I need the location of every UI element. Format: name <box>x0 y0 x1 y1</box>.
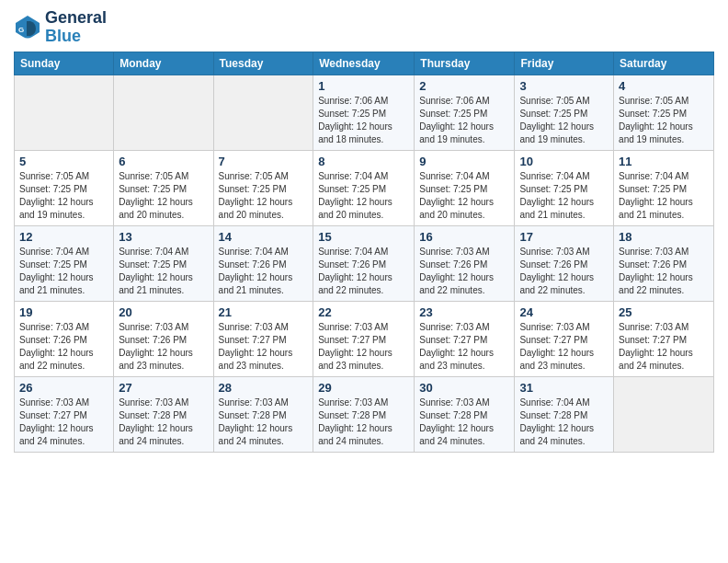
day-number: 28 <box>219 381 309 395</box>
day-number: 26 <box>19 381 108 395</box>
day-info: Sunrise: 7:04 AM Sunset: 7:25 PM Dayligh… <box>19 246 108 297</box>
calendar-cell: 29Sunrise: 7:03 AM Sunset: 7:28 PM Dayli… <box>313 376 415 452</box>
logo-text: General Blue <box>45 9 107 46</box>
day-info: Sunrise: 7:03 AM Sunset: 7:27 PM Dayligh… <box>219 321 309 373</box>
day-info: Sunrise: 7:04 AM Sunset: 7:26 PM Dayligh… <box>318 246 409 297</box>
day-info: Sunrise: 7:03 AM Sunset: 7:26 PM Dayligh… <box>119 321 208 373</box>
day-number: 22 <box>318 305 409 319</box>
day-info: Sunrise: 7:04 AM Sunset: 7:25 PM Dayligh… <box>419 170 509 222</box>
day-info: Sunrise: 7:03 AM Sunset: 7:27 PM Dayligh… <box>619 321 709 373</box>
day-number: 18 <box>619 230 709 244</box>
day-info: Sunrise: 7:05 AM Sunset: 7:25 PM Dayligh… <box>619 95 709 146</box>
calendar-cell: 26Sunrise: 7:03 AM Sunset: 7:27 PM Dayli… <box>15 376 114 452</box>
day-number: 12 <box>19 230 108 244</box>
day-number: 13 <box>119 230 208 244</box>
calendar-cell: 20Sunrise: 7:03 AM Sunset: 7:26 PM Dayli… <box>114 301 213 376</box>
day-info: Sunrise: 7:03 AM Sunset: 7:27 PM Dayligh… <box>519 321 609 373</box>
calendar: SundayMondayTuesdayWednesdayThursdayFrid… <box>14 52 714 453</box>
calendar-week-1: 1Sunrise: 7:06 AM Sunset: 7:25 PM Daylig… <box>15 75 714 150</box>
calendar-cell: 21Sunrise: 7:03 AM Sunset: 7:27 PM Dayli… <box>213 301 313 376</box>
calendar-cell: 5Sunrise: 7:05 AM Sunset: 7:25 PM Daylig… <box>15 150 114 225</box>
day-info: Sunrise: 7:03 AM Sunset: 7:28 PM Dayligh… <box>318 396 409 448</box>
calendar-cell: 22Sunrise: 7:03 AM Sunset: 7:27 PM Dayli… <box>313 301 415 376</box>
calendar-cell: 25Sunrise: 7:03 AM Sunset: 7:27 PM Dayli… <box>614 301 714 376</box>
day-number: 10 <box>519 155 609 168</box>
calendar-cell: 15Sunrise: 7:04 AM Sunset: 7:26 PM Dayli… <box>313 225 415 301</box>
calendar-cell: 11Sunrise: 7:04 AM Sunset: 7:25 PM Dayli… <box>614 150 714 225</box>
calendar-cell: 31Sunrise: 7:04 AM Sunset: 7:28 PM Dayli… <box>515 376 614 452</box>
day-number: 3 <box>519 79 609 93</box>
calendar-cell: 10Sunrise: 7:04 AM Sunset: 7:25 PM Dayli… <box>515 150 614 225</box>
calendar-cell: 18Sunrise: 7:03 AM Sunset: 7:26 PM Dayli… <box>614 225 714 301</box>
day-info: Sunrise: 7:03 AM Sunset: 7:28 PM Dayligh… <box>219 396 309 448</box>
calendar-cell: 19Sunrise: 7:03 AM Sunset: 7:26 PM Dayli… <box>15 301 114 376</box>
calendar-cell: 4Sunrise: 7:05 AM Sunset: 7:25 PM Daylig… <box>614 75 714 150</box>
day-number: 30 <box>419 381 509 395</box>
day-info: Sunrise: 7:04 AM Sunset: 7:25 PM Dayligh… <box>619 170 709 222</box>
day-number: 27 <box>119 381 208 395</box>
day-info: Sunrise: 7:03 AM Sunset: 7:26 PM Dayligh… <box>619 246 709 297</box>
day-number: 11 <box>619 155 709 168</box>
day-header-saturday: Saturday <box>614 52 714 75</box>
day-number: 9 <box>419 155 509 168</box>
calendar-cell: 17Sunrise: 7:03 AM Sunset: 7:26 PM Dayli… <box>515 225 614 301</box>
day-info: Sunrise: 7:04 AM Sunset: 7:25 PM Dayligh… <box>519 170 609 222</box>
day-number: 14 <box>219 230 309 244</box>
calendar-cell: 7Sunrise: 7:05 AM Sunset: 7:25 PM Daylig… <box>213 150 313 225</box>
day-number: 29 <box>318 381 409 395</box>
calendar-cell <box>15 75 114 150</box>
day-header-thursday: Thursday <box>415 52 515 75</box>
day-info: Sunrise: 7:05 AM Sunset: 7:25 PM Dayligh… <box>19 170 108 222</box>
day-info: Sunrise: 7:03 AM Sunset: 7:27 PM Dayligh… <box>19 396 108 448</box>
day-info: Sunrise: 7:03 AM Sunset: 7:27 PM Dayligh… <box>318 321 409 373</box>
day-info: Sunrise: 7:03 AM Sunset: 7:26 PM Dayligh… <box>19 321 108 373</box>
calendar-cell: 12Sunrise: 7:04 AM Sunset: 7:25 PM Dayli… <box>15 225 114 301</box>
day-info: Sunrise: 7:04 AM Sunset: 7:26 PM Dayligh… <box>219 246 309 297</box>
day-header-wednesday: Wednesday <box>313 52 415 75</box>
day-info: Sunrise: 7:05 AM Sunset: 7:25 PM Dayligh… <box>519 95 609 146</box>
day-header-sunday: Sunday <box>15 52 114 75</box>
calendar-week-2: 5Sunrise: 7:05 AM Sunset: 7:25 PM Daylig… <box>15 150 714 225</box>
day-number: 31 <box>519 381 609 395</box>
day-number: 21 <box>219 305 309 319</box>
day-number: 20 <box>119 305 208 319</box>
calendar-cell: 16Sunrise: 7:03 AM Sunset: 7:26 PM Dayli… <box>415 225 515 301</box>
calendar-cell: 9Sunrise: 7:04 AM Sunset: 7:25 PM Daylig… <box>415 150 515 225</box>
calendar-cell: 28Sunrise: 7:03 AM Sunset: 7:28 PM Dayli… <box>213 376 313 452</box>
calendar-cell: 23Sunrise: 7:03 AM Sunset: 7:27 PM Dayli… <box>415 301 515 376</box>
calendar-cell: 27Sunrise: 7:03 AM Sunset: 7:28 PM Dayli… <box>114 376 213 452</box>
calendar-cell: 1Sunrise: 7:06 AM Sunset: 7:25 PM Daylig… <box>313 75 415 150</box>
header: G General Blue <box>14 9 714 46</box>
logo: G General Blue <box>14 9 107 46</box>
logo-icon: G <box>14 14 41 41</box>
day-number: 23 <box>419 305 509 319</box>
calendar-cell <box>614 376 714 452</box>
day-number: 1 <box>318 79 409 93</box>
day-number: 25 <box>619 305 709 319</box>
calendar-cell: 6Sunrise: 7:05 AM Sunset: 7:25 PM Daylig… <box>114 150 213 225</box>
calendar-cell <box>213 75 313 150</box>
day-number: 5 <box>19 155 108 168</box>
calendar-cell: 24Sunrise: 7:03 AM Sunset: 7:27 PM Dayli… <box>515 301 614 376</box>
day-number: 6 <box>119 155 208 168</box>
day-number: 2 <box>419 79 509 93</box>
calendar-cell <box>114 75 213 150</box>
day-number: 4 <box>619 79 709 93</box>
day-info: Sunrise: 7:03 AM Sunset: 7:26 PM Dayligh… <box>519 246 609 297</box>
calendar-cell: 13Sunrise: 7:04 AM Sunset: 7:25 PM Dayli… <box>114 225 213 301</box>
calendar-cell: 2Sunrise: 7:06 AM Sunset: 7:25 PM Daylig… <box>415 75 515 150</box>
day-info: Sunrise: 7:04 AM Sunset: 7:25 PM Dayligh… <box>318 170 409 222</box>
calendar-week-4: 19Sunrise: 7:03 AM Sunset: 7:26 PM Dayli… <box>15 301 714 376</box>
day-info: Sunrise: 7:04 AM Sunset: 7:28 PM Dayligh… <box>519 396 609 448</box>
calendar-week-3: 12Sunrise: 7:04 AM Sunset: 7:25 PM Dayli… <box>15 225 714 301</box>
day-number: 24 <box>519 305 609 319</box>
day-info: Sunrise: 7:04 AM Sunset: 7:25 PM Dayligh… <box>119 246 208 297</box>
day-number: 17 <box>519 230 609 244</box>
calendar-header-row: SundayMondayTuesdayWednesdayThursdayFrid… <box>15 52 714 75</box>
day-number: 16 <box>419 230 509 244</box>
day-header-friday: Friday <box>515 52 614 75</box>
day-info: Sunrise: 7:06 AM Sunset: 7:25 PM Dayligh… <box>318 95 409 146</box>
calendar-cell: 14Sunrise: 7:04 AM Sunset: 7:26 PM Dayli… <box>213 225 313 301</box>
day-info: Sunrise: 7:03 AM Sunset: 7:28 PM Dayligh… <box>419 396 509 448</box>
day-info: Sunrise: 7:03 AM Sunset: 7:27 PM Dayligh… <box>419 321 509 373</box>
